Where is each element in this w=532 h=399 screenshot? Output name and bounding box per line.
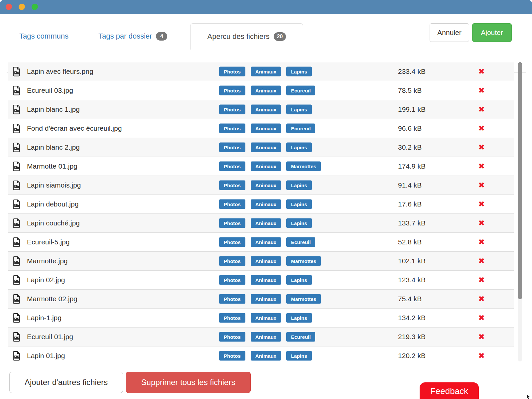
file-image-icon — [12, 104, 21, 116]
delete-file-icon[interactable]: ✖ — [473, 86, 490, 94]
tab-tags-par-dossier[interactable]: Tags par dossier 4 — [98, 23, 167, 49]
tag-animaux: Animaux — [251, 162, 281, 171]
file-size: 17.6 kB — [398, 200, 422, 208]
delete-file-icon[interactable]: ✖ — [473, 219, 490, 227]
delete-file-icon[interactable]: ✖ — [473, 143, 490, 151]
file-name: Lapin 01.jpg — [27, 352, 65, 360]
file-name: Ecureuil 01.jpg — [27, 333, 73, 341]
delete-file-icon[interactable]: ✖ — [473, 352, 490, 360]
tag-list: PhotosAnimauxLapins — [219, 105, 312, 114]
file-image-icon — [12, 294, 21, 305]
tag-photos: Photos — [219, 294, 245, 304]
file-image-icon — [12, 313, 21, 324]
delete-all-files-button[interactable]: Supprimer tous les fichiers — [126, 372, 251, 393]
feedback-button[interactable]: Feedback — [420, 382, 479, 399]
minimize-window-button[interactable] — [19, 4, 25, 10]
tag-list: PhotosAnimauxEcureuil — [219, 237, 315, 247]
file-image-icon — [12, 66, 21, 78]
tab-apercu-des-fichiers[interactable]: Apercu des fichiers 20 — [190, 23, 303, 50]
delete-file-icon[interactable]: ✖ — [473, 181, 490, 189]
file-name: Ecureuil-5.jpg — [27, 238, 69, 246]
tab-label: Tags communs — [19, 32, 68, 41]
tag-photos: Photos — [219, 332, 245, 342]
tag-lapins: Lapins — [286, 143, 312, 152]
delete-file-icon[interactable]: ✖ — [473, 333, 490, 341]
titlebar — [0, 0, 532, 14]
file-size: 120.2 kB — [398, 352, 426, 360]
file-row: Marmotte 02.jpg PhotosAnimauxMarmottes 7… — [8, 289, 514, 308]
tag-animaux: Animaux — [251, 351, 281, 361]
add-more-files-button[interactable]: Ajouter d'autres fichiers — [9, 372, 123, 393]
file-size: 30.2 kB — [398, 143, 422, 151]
tag-animaux: Animaux — [251, 237, 281, 247]
tag-photos: Photos — [219, 256, 245, 266]
file-row: Lapin couché.jpg PhotosAnimauxLapins 133… — [8, 213, 514, 232]
tag-lapins: Lapins — [286, 105, 312, 114]
tag-list: PhotosAnimauxLapins — [219, 143, 312, 152]
traffic-lights — [6, 4, 38, 10]
tag-lapins: Lapins — [286, 351, 312, 361]
tag-manager-window: { "tabs": [ { "label": "Tags communs" },… — [0, 0, 532, 399]
close-window-button[interactable] — [6, 4, 12, 10]
tag-list: PhotosAnimauxEcureuil — [219, 124, 315, 133]
tag-list: PhotosAnimauxLapins — [219, 181, 312, 190]
tag-animaux: Animaux — [251, 218, 281, 228]
tag-photos: Photos — [219, 200, 245, 209]
delete-file-icon[interactable]: ✖ — [473, 105, 490, 113]
zoom-window-button[interactable] — [32, 4, 38, 10]
delete-file-icon[interactable]: ✖ — [473, 200, 490, 208]
delete-file-icon[interactable]: ✖ — [473, 314, 490, 322]
delete-file-icon[interactable]: ✖ — [473, 67, 490, 75]
tag-animaux: Animaux — [251, 200, 281, 209]
tag-list: PhotosAnimauxEcureuil — [219, 332, 315, 342]
file-name: Lapin 02.jpg — [27, 276, 65, 284]
mouse-cursor-icon — [526, 394, 531, 399]
file-size: 102.1 kB — [398, 257, 426, 265]
tag-photos: Photos — [219, 351, 245, 361]
tag-animaux: Animaux — [251, 256, 281, 266]
tag-list: PhotosAnimauxMarmottes — [219, 256, 321, 266]
delete-file-icon[interactable]: ✖ — [473, 257, 490, 265]
file-row: Marmotte.jpg PhotosAnimauxMarmottes 102.… — [8, 251, 514, 270]
file-name: Lapin couché.jpg — [27, 219, 80, 227]
tab-tags-communs[interactable]: Tags communs — [19, 23, 68, 49]
file-image-icon — [12, 199, 21, 210]
file-name: Lapin blanc 2.jpg — [27, 143, 80, 151]
tag-photos: Photos — [219, 124, 245, 133]
file-size: 78.5 kB — [398, 86, 422, 94]
file-name: Marmotte.jpg — [27, 257, 68, 265]
file-row: Lapin blanc 2.jpg PhotosAnimauxLapins 30… — [8, 138, 514, 157]
cancel-button[interactable]: Annuler — [430, 23, 469, 42]
file-name: Lapin siamois.jpg — [27, 181, 81, 189]
file-size: 52.8 kB — [398, 238, 422, 246]
tag-animaux: Animaux — [251, 294, 281, 304]
file-row: Lapin 01.jpg PhotosAnimauxLapins 120.2 k… — [8, 346, 514, 363]
tag-list: PhotosAnimauxLapins — [219, 275, 312, 285]
file-row: Lapin 02.jpg PhotosAnimauxLapins 123.4 k… — [8, 270, 514, 289]
delete-file-icon[interactable]: ✖ — [473, 124, 490, 132]
delete-file-icon[interactable]: ✖ — [473, 295, 490, 303]
tag-photos: Photos — [219, 86, 245, 95]
tag-list: PhotosAnimauxMarmottes — [219, 294, 321, 304]
tag-marmottes: Marmottes — [286, 162, 321, 171]
file-row: Ecureuil 03.jpg PhotosAnimauxEcureuil 78… — [8, 81, 514, 100]
file-name: Ecureuil 03.jpg — [27, 86, 73, 94]
file-image-icon — [12, 332, 21, 343]
tab-label: Tags par dossier — [98, 32, 152, 41]
tag-lapins: Lapins — [286, 181, 312, 190]
tag-list: PhotosAnimauxLapins — [219, 218, 312, 228]
delete-file-icon[interactable]: ✖ — [473, 238, 490, 246]
tag-list: PhotosAnimauxLapins — [219, 67, 312, 76]
delete-file-icon[interactable]: ✖ — [473, 276, 490, 284]
scrollbar-thumb[interactable] — [518, 62, 522, 299]
add-button[interactable]: Ajouter — [472, 23, 512, 42]
tag-ecureuil: Ecureuil — [286, 124, 315, 133]
tab-count-badge: 20 — [274, 32, 286, 41]
delete-file-icon[interactable]: ✖ — [473, 162, 490, 170]
file-name: Lapin avec fleurs.png — [27, 67, 93, 75]
file-size: 75.4 kB — [398, 295, 422, 303]
file-row: Lapin siamois.jpg PhotosAnimauxLapins 91… — [8, 176, 514, 195]
file-image-icon — [12, 180, 21, 192]
tag-ecureuil: Ecureuil — [286, 86, 315, 95]
tag-list: PhotosAnimauxMarmottes — [219, 162, 321, 171]
